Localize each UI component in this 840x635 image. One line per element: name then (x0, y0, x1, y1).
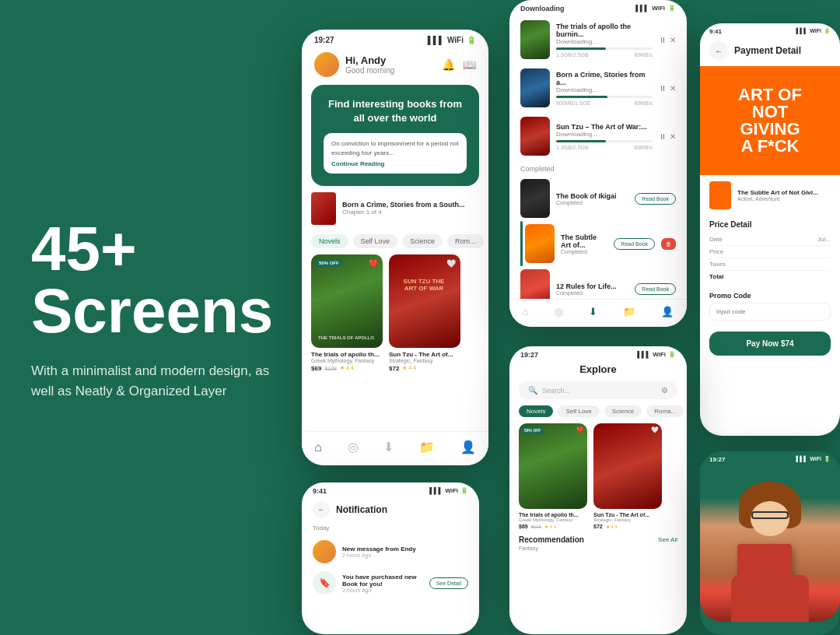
read-btn-3[interactable]: Read Book (635, 283, 676, 295)
book-card-apollo[interactable]: 50% OFF ❤️ The trials of apollo th... Gr… (311, 254, 383, 372)
nav-explore-2[interactable]: ◎ (555, 306, 563, 318)
nav-dl-2[interactable]: ⬇ (589, 306, 597, 318)
explore-book-apollo[interactable]: 50% OFF ❤️ The trials of apollo th... Gr… (519, 423, 587, 529)
explore-price-old-1: $138 (531, 524, 541, 529)
tab-romance[interactable]: Rom... (447, 234, 484, 248)
dl-controls-2[interactable]: ⏸ ✕ (659, 84, 676, 93)
explore-tab-novels[interactable]: Novels (519, 405, 553, 417)
dl-speed-1: 80MB/s (634, 52, 653, 58)
status-icons-6: ▌▌▌ WiFi 🔋 (796, 456, 831, 463)
bell-icon[interactable]: 🔔 (442, 58, 455, 71)
book-card-sunzu[interactable]: 🤍 Sun Tzu - The Art of... Strategic, Fan… (389, 254, 460, 372)
signal-5: ▌▌▌ (637, 351, 650, 359)
nav-download[interactable]: ⬇ (383, 440, 394, 454)
headline-word: Screens (31, 280, 280, 342)
hero-card: Find interesting books from all over the… (311, 85, 479, 186)
heart-3[interactable]: 🤍 (651, 426, 659, 433)
greeting-name: Hi, Andy (345, 54, 394, 66)
back-btn-payment[interactable]: ← (709, 41, 728, 60)
signal-icon: ▌▌▌ (428, 36, 444, 44)
bottom-nav-2: ⌂ ◎ ⬇ 📁 👤 (509, 299, 687, 327)
dl-size-3: 1.3GB/2.5GB (556, 145, 589, 150)
time-4: 9:41 (313, 487, 327, 495)
tab-science[interactable]: Science (402, 234, 443, 248)
wifi-6: WiFi (810, 456, 821, 463)
current-book-info: Born a Crime, Stories from a South... Ch… (342, 201, 465, 216)
tab-selflove[interactable]: Self Love (353, 234, 398, 248)
bookmark-icon[interactable]: 📖 (463, 58, 476, 71)
explore-tabs: Novels Self Love Science Roma... (509, 405, 687, 423)
notif-time-2: 2 hours Ago (342, 588, 423, 593)
remove-btn[interactable]: 🗑 (661, 238, 676, 250)
pause-btn-1[interactable]: ⏸ (659, 36, 667, 44)
close-btn-3[interactable]: ✕ (670, 132, 676, 141)
notif-avatar-1 (313, 540, 336, 563)
nav-profile[interactable]: 👤 (460, 440, 476, 454)
nav-folder[interactable]: 📁 (419, 440, 435, 454)
price-row-price: Price (709, 246, 831, 258)
dl-title-1: The trials of apollo the burnin... (556, 23, 653, 38)
explore-book-sunzu[interactable]: 🤍 Sun Tzu - The Art of... Strategic, Fan… (593, 423, 662, 529)
status-icons-3: ▌▌▌ WiFi 🔋 (796, 28, 831, 35)
battery-6: 🔋 (824, 456, 831, 463)
status-icons-5: ▌▌▌ WiFi 🔋 (637, 351, 676, 359)
see-detail-btn[interactable]: See Detail (429, 577, 468, 589)
heart-2[interactable]: ❤️ (576, 426, 584, 433)
books-row: 50% OFF ❤️ The trials of apollo th... Gr… (302, 254, 488, 372)
battery-5: 🔋 (668, 351, 676, 359)
explore-genre-2: Strategic, Fantasy (593, 517, 662, 522)
nav-explore[interactable]: ◎ (348, 440, 359, 454)
art-banner: ART OFNOTGIVINGA F*CK (700, 66, 840, 175)
dl-status-3: Downloading... (556, 131, 653, 138)
nav-folder-2[interactable]: 📁 (623, 306, 635, 318)
status-bar-6: 19:27 ▌▌▌ WiFi 🔋 (700, 451, 840, 466)
pay-now-button[interactable]: Pay Now $74 (709, 332, 831, 356)
phone-reading: 19:27 ▌▌▌ WiFi 🔋 (700, 451, 840, 635)
favorite-icon[interactable]: ❤️ (369, 259, 378, 268)
price-row-date: Date Jul... (709, 233, 831, 246)
current-book-chapter: Chapter 1 of 4 (342, 209, 465, 216)
rec-sublabel: Fantasy (519, 546, 677, 551)
favorite-icon-2[interactable]: 🤍 (446, 259, 456, 268)
pause-btn-2[interactable]: ⏸ (659, 84, 667, 93)
dl-controls-3[interactable]: ⏸ ✕ (659, 132, 676, 141)
tab-novels[interactable]: Novels (311, 234, 348, 248)
explore-price-2: $72 ★ 4.4 (593, 524, 662, 529)
completed-label: Completed (520, 165, 676, 173)
status-bar-4: 9:41 ▌▌▌ WiFi 🔋 (302, 482, 479, 498)
close-btn-1[interactable]: ✕ (670, 36, 676, 44)
signal-3: ▌▌▌ (796, 28, 807, 35)
book-meta: The Subtle Art of Not Givi... Action, Ad… (700, 175, 840, 216)
continue-reading[interactable]: Continue Reading (331, 160, 459, 167)
dl-speed-2: 80MB/s (634, 100, 653, 106)
read-btn-2[interactable]: Read Book (614, 238, 655, 250)
comp-status-3: Completed (556, 290, 628, 296)
pause-btn-3[interactable]: ⏸ (659, 132, 667, 141)
time-1: 19:27 (314, 36, 334, 44)
completed-item-1: The Book of Ikigai Completed Read Book (520, 176, 676, 221)
status-icons-2: ▌▌▌ WiFi 🔋 (635, 5, 676, 12)
explore-tab-romance[interactable]: Roma... (646, 405, 684, 417)
close-btn-2[interactable]: ✕ (670, 84, 676, 93)
completed-section: Completed The Book of Ikigai Completed R… (509, 160, 687, 314)
search-bar[interactable]: 🔍 Search... ⚙ (519, 381, 677, 399)
back-btn-notif[interactable]: ← (313, 501, 330, 518)
dl-title-2: Born a Crime, Stories from a... (556, 71, 653, 86)
status-bar-5: 19:27 ▌▌▌ WiFi 🔋 (509, 346, 687, 362)
nav-home[interactable]: ⌂ (314, 440, 322, 454)
nav-home-2[interactable]: ⌂ (523, 306, 529, 318)
comp-thumb-1 (520, 179, 550, 218)
promo-input[interactable] (709, 303, 831, 321)
explore-tab-science[interactable]: Science (604, 405, 642, 417)
nav-profile-2[interactable]: 👤 (661, 306, 674, 318)
dl-item-1: The trials of apollo the burnin... Downl… (509, 16, 687, 64)
dl-controls-1[interactable]: ⏸ ✕ (659, 36, 676, 44)
explore-thumb-apollo: 50% OFF ❤️ (519, 423, 587, 509)
explore-tab-selflove[interactable]: Self Love (558, 405, 599, 417)
comp-title-2: The Subtle Art of... (561, 233, 607, 249)
read-btn-1[interactable]: Read Book (635, 193, 676, 205)
notif-title-2: You have purchased new Book for you! (342, 574, 423, 588)
phone-explore: 19:27 ▌▌▌ WiFi 🔋 Explore 🔍 Search... ⚙ N… (509, 346, 687, 634)
filter-icon[interactable]: ⚙ (661, 386, 668, 395)
rec-see-all[interactable]: See All (658, 536, 677, 543)
